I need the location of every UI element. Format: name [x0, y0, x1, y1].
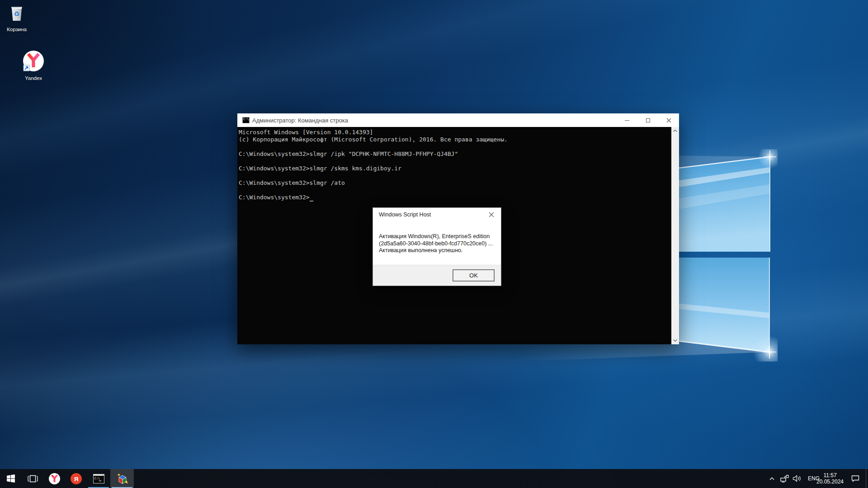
wsh-dialog: Windows Script Host Активация Windows(R)… — [373, 207, 501, 286]
cmd-icon: C:\ — [93, 474, 104, 483]
svg-text:C:\: C:\ — [94, 477, 100, 480]
terminal-line: C:\Windows\system32>slmgr /ipk "DCPHK-NF… — [239, 150, 670, 158]
dialog-body: Активация Windows(R), EnterpriseS editio… — [373, 221, 501, 265]
ok-button[interactable]: OK — [453, 270, 494, 281]
tray-clock[interactable]: 11:57 20.05.2024 — [815, 469, 845, 488]
recycle-bin-icon: ♻ — [8, 3, 26, 23]
terminal-line — [239, 172, 670, 179]
close-icon — [666, 118, 671, 123]
action-center-button[interactable] — [848, 469, 863, 488]
cmd-output-text: Microsoft Windows [Version 10.0.14393] (… — [239, 129, 670, 201]
task-view-button[interactable] — [22, 469, 43, 488]
terminal-line: Microsoft Windows [Version 10.0.14393] — [239, 129, 670, 136]
dialog-titlebar[interactable]: Windows Script Host — [373, 208, 501, 221]
tray-show-hidden-icons-button[interactable] — [767, 469, 776, 488]
scroll-up-icon — [673, 130, 677, 132]
kms-cube-icon — [116, 473, 128, 485]
speaker-icon — [793, 475, 802, 482]
scroll-up-button[interactable] — [671, 127, 679, 135]
terminal-line: C:\Windows\system32> — [239, 194, 670, 201]
vertical-scrollbar[interactable] — [671, 127, 679, 344]
windows-start-icon — [7, 474, 15, 483]
minimize-icon — [625, 120, 629, 121]
dialog-message-line: Активация выполнена успешно. — [379, 247, 493, 254]
cmd-titlebar[interactable]: C:\ Администратор: Командная строка — [237, 113, 679, 127]
desktop-icon-label: Корзина — [0, 27, 33, 32]
terminal-cursor — [310, 201, 313, 202]
terminal-line — [239, 187, 670, 194]
taskbar-kms-tool-button[interactable] — [110, 469, 134, 488]
ethernet-network-icon — [780, 475, 789, 483]
maximize-button[interactable] — [637, 113, 658, 127]
dialog-message-line: Активация Windows(R), EnterpriseS editio… — [379, 233, 493, 240]
task-view-icon — [28, 475, 38, 483]
svg-text:Я: Я — [74, 475, 78, 482]
desktop-icon-recycle-bin[interactable]: ♻ Корзина — [0, 3, 33, 32]
yandex-ya-icon: Я — [70, 473, 82, 485]
tray-network-button[interactable] — [778, 469, 790, 488]
desktop-icon-yandex[interactable]: Yandex — [16, 50, 51, 81]
terminal-line: C:\Windows\system32>slmgr /ato — [239, 179, 670, 187]
action-center-icon — [851, 475, 859, 483]
clock-time: 11:57 — [823, 472, 836, 479]
terminal-line — [239, 158, 670, 165]
yandex-browser-icon — [48, 473, 61, 485]
close-button[interactable] — [658, 113, 679, 127]
show-desktop-button[interactable] — [866, 469, 868, 488]
maximize-icon — [646, 118, 650, 122]
yandex-browser-icon — [22, 50, 45, 72]
start-button[interactable] — [0, 469, 22, 488]
close-icon — [489, 212, 494, 217]
cmd-window-title: Администратор: Командная строка — [252, 117, 348, 124]
taskbar-cmd-button[interactable]: C:\ — [87, 469, 110, 488]
scroll-down-button[interactable] — [671, 337, 679, 344]
clock-date: 20.05.2024 — [816, 479, 844, 485]
dialog-close-button[interactable] — [482, 208, 501, 221]
dialog-footer: OK — [373, 265, 501, 286]
taskbar-yandex-search-button[interactable]: Я — [65, 469, 87, 488]
taskbar: Я C:\ — [0, 469, 868, 488]
dialog-message-line: (2d5a5a60-3040-48bf-beb0-fcd770c20ce0) .… — [379, 240, 493, 248]
minimize-button[interactable] — [617, 113, 637, 127]
scroll-down-icon — [673, 339, 677, 342]
taskbar-yandex-browser-button[interactable] — [43, 469, 65, 488]
dialog-title: Windows Script Host — [379, 211, 431, 218]
shortcut-arrow-badge — [24, 65, 29, 71]
desktop-icon-label: Yandex — [16, 75, 51, 81]
terminal-line — [239, 143, 670, 150]
chevron-up-icon — [769, 477, 774, 480]
svg-text:♻: ♻ — [14, 10, 19, 18]
cmd-app-icon: C:\ — [242, 117, 250, 123]
terminal-line: C:\Windows\system32>slmgr /skms kms.digi… — [239, 165, 670, 172]
tray-volume-button[interactable] — [791, 469, 803, 488]
terminal-line: (c) Корпорация Майкрософт (Microsoft Cor… — [239, 136, 670, 143]
dialog-message: Активация Windows(R), EnterpriseS editio… — [379, 233, 493, 254]
